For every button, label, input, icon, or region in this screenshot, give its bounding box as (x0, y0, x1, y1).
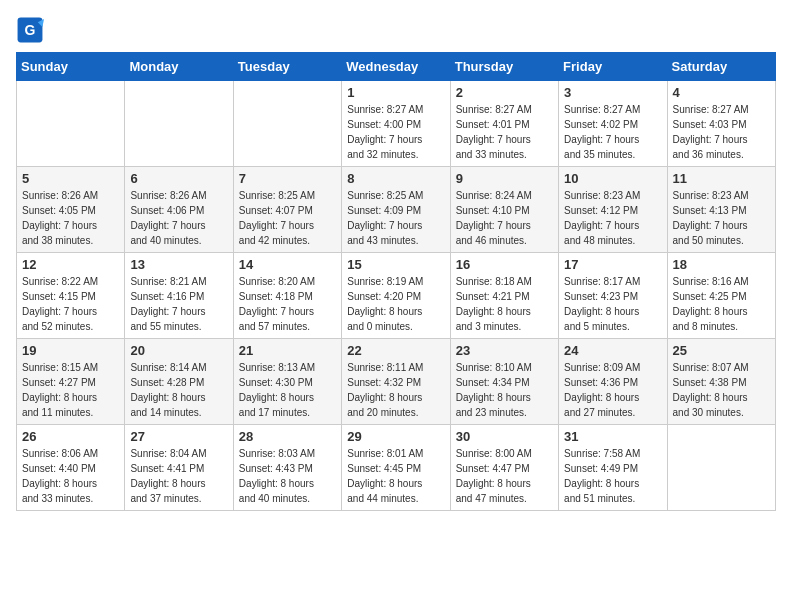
day-number: 8 (347, 171, 444, 186)
day-number: 26 (22, 429, 119, 444)
calendar-cell: 20Sunrise: 8:14 AM Sunset: 4:28 PM Dayli… (125, 339, 233, 425)
day-info: Sunrise: 7:58 AM Sunset: 4:49 PM Dayligh… (564, 446, 661, 506)
calendar-cell: 27Sunrise: 8:04 AM Sunset: 4:41 PM Dayli… (125, 425, 233, 511)
calendar-cell: 28Sunrise: 8:03 AM Sunset: 4:43 PM Dayli… (233, 425, 341, 511)
calendar-cell: 30Sunrise: 8:00 AM Sunset: 4:47 PM Dayli… (450, 425, 558, 511)
day-number: 27 (130, 429, 227, 444)
calendar-cell: 31Sunrise: 7:58 AM Sunset: 4:49 PM Dayli… (559, 425, 667, 511)
calendar-cell: 25Sunrise: 8:07 AM Sunset: 4:38 PM Dayli… (667, 339, 775, 425)
day-info: Sunrise: 8:07 AM Sunset: 4:38 PM Dayligh… (673, 360, 770, 420)
logo: G (16, 16, 48, 44)
day-number: 7 (239, 171, 336, 186)
day-info: Sunrise: 8:27 AM Sunset: 4:03 PM Dayligh… (673, 102, 770, 162)
day-info: Sunrise: 8:23 AM Sunset: 4:13 PM Dayligh… (673, 188, 770, 248)
calendar-cell: 16Sunrise: 8:18 AM Sunset: 4:21 PM Dayli… (450, 253, 558, 339)
day-info: Sunrise: 8:20 AM Sunset: 4:18 PM Dayligh… (239, 274, 336, 334)
day-info: Sunrise: 8:10 AM Sunset: 4:34 PM Dayligh… (456, 360, 553, 420)
day-info: Sunrise: 8:16 AM Sunset: 4:25 PM Dayligh… (673, 274, 770, 334)
week-row-2: 5Sunrise: 8:26 AM Sunset: 4:05 PM Daylig… (17, 167, 776, 253)
day-number: 24 (564, 343, 661, 358)
calendar-cell: 5Sunrise: 8:26 AM Sunset: 4:05 PM Daylig… (17, 167, 125, 253)
calendar-cell: 15Sunrise: 8:19 AM Sunset: 4:20 PM Dayli… (342, 253, 450, 339)
day-info: Sunrise: 8:21 AM Sunset: 4:16 PM Dayligh… (130, 274, 227, 334)
calendar-cell (667, 425, 775, 511)
week-row-1: 1Sunrise: 8:27 AM Sunset: 4:00 PM Daylig… (17, 81, 776, 167)
day-number: 21 (239, 343, 336, 358)
weekday-header-friday: Friday (559, 53, 667, 81)
day-info: Sunrise: 8:22 AM Sunset: 4:15 PM Dayligh… (22, 274, 119, 334)
logo-icon: G (16, 16, 44, 44)
weekday-header-wednesday: Wednesday (342, 53, 450, 81)
calendar-cell: 29Sunrise: 8:01 AM Sunset: 4:45 PM Dayli… (342, 425, 450, 511)
day-number: 5 (22, 171, 119, 186)
day-number: 31 (564, 429, 661, 444)
day-info: Sunrise: 8:25 AM Sunset: 4:07 PM Dayligh… (239, 188, 336, 248)
day-number: 29 (347, 429, 444, 444)
day-number: 6 (130, 171, 227, 186)
day-number: 13 (130, 257, 227, 272)
day-info: Sunrise: 8:01 AM Sunset: 4:45 PM Dayligh… (347, 446, 444, 506)
calendar-cell: 23Sunrise: 8:10 AM Sunset: 4:34 PM Dayli… (450, 339, 558, 425)
day-info: Sunrise: 8:27 AM Sunset: 4:01 PM Dayligh… (456, 102, 553, 162)
week-row-5: 26Sunrise: 8:06 AM Sunset: 4:40 PM Dayli… (17, 425, 776, 511)
day-number: 10 (564, 171, 661, 186)
calendar-cell: 19Sunrise: 8:15 AM Sunset: 4:27 PM Dayli… (17, 339, 125, 425)
day-info: Sunrise: 8:25 AM Sunset: 4:09 PM Dayligh… (347, 188, 444, 248)
day-number: 18 (673, 257, 770, 272)
weekday-header-saturday: Saturday (667, 53, 775, 81)
calendar-cell: 6Sunrise: 8:26 AM Sunset: 4:06 PM Daylig… (125, 167, 233, 253)
calendar-cell: 24Sunrise: 8:09 AM Sunset: 4:36 PM Dayli… (559, 339, 667, 425)
day-info: Sunrise: 8:09 AM Sunset: 4:36 PM Dayligh… (564, 360, 661, 420)
weekday-header-tuesday: Tuesday (233, 53, 341, 81)
weekday-header-monday: Monday (125, 53, 233, 81)
day-number: 15 (347, 257, 444, 272)
day-info: Sunrise: 8:06 AM Sunset: 4:40 PM Dayligh… (22, 446, 119, 506)
day-info: Sunrise: 8:14 AM Sunset: 4:28 PM Dayligh… (130, 360, 227, 420)
calendar-cell (125, 81, 233, 167)
day-info: Sunrise: 8:00 AM Sunset: 4:47 PM Dayligh… (456, 446, 553, 506)
day-info: Sunrise: 8:03 AM Sunset: 4:43 PM Dayligh… (239, 446, 336, 506)
week-row-3: 12Sunrise: 8:22 AM Sunset: 4:15 PM Dayli… (17, 253, 776, 339)
calendar-cell: 7Sunrise: 8:25 AM Sunset: 4:07 PM Daylig… (233, 167, 341, 253)
weekday-header-thursday: Thursday (450, 53, 558, 81)
day-info: Sunrise: 8:13 AM Sunset: 4:30 PM Dayligh… (239, 360, 336, 420)
day-number: 22 (347, 343, 444, 358)
day-number: 19 (22, 343, 119, 358)
calendar-cell (233, 81, 341, 167)
calendar-cell (17, 81, 125, 167)
calendar-cell: 12Sunrise: 8:22 AM Sunset: 4:15 PM Dayli… (17, 253, 125, 339)
day-info: Sunrise: 8:23 AM Sunset: 4:12 PM Dayligh… (564, 188, 661, 248)
day-info: Sunrise: 8:15 AM Sunset: 4:27 PM Dayligh… (22, 360, 119, 420)
calendar-cell: 2Sunrise: 8:27 AM Sunset: 4:01 PM Daylig… (450, 81, 558, 167)
day-info: Sunrise: 8:11 AM Sunset: 4:32 PM Dayligh… (347, 360, 444, 420)
day-number: 11 (673, 171, 770, 186)
calendar-cell: 10Sunrise: 8:23 AM Sunset: 4:12 PM Dayli… (559, 167, 667, 253)
calendar-cell: 18Sunrise: 8:16 AM Sunset: 4:25 PM Dayli… (667, 253, 775, 339)
day-info: Sunrise: 8:24 AM Sunset: 4:10 PM Dayligh… (456, 188, 553, 248)
day-number: 14 (239, 257, 336, 272)
page-header: G (16, 16, 776, 44)
day-number: 20 (130, 343, 227, 358)
week-row-4: 19Sunrise: 8:15 AM Sunset: 4:27 PM Dayli… (17, 339, 776, 425)
day-number: 25 (673, 343, 770, 358)
day-info: Sunrise: 8:27 AM Sunset: 4:00 PM Dayligh… (347, 102, 444, 162)
day-number: 1 (347, 85, 444, 100)
day-number: 9 (456, 171, 553, 186)
calendar-cell: 9Sunrise: 8:24 AM Sunset: 4:10 PM Daylig… (450, 167, 558, 253)
calendar-cell: 8Sunrise: 8:25 AM Sunset: 4:09 PM Daylig… (342, 167, 450, 253)
day-number: 2 (456, 85, 553, 100)
calendar-cell: 26Sunrise: 8:06 AM Sunset: 4:40 PM Dayli… (17, 425, 125, 511)
svg-text:G: G (25, 22, 36, 38)
calendar-cell: 14Sunrise: 8:20 AM Sunset: 4:18 PM Dayli… (233, 253, 341, 339)
day-info: Sunrise: 8:18 AM Sunset: 4:21 PM Dayligh… (456, 274, 553, 334)
calendar-cell: 13Sunrise: 8:21 AM Sunset: 4:16 PM Dayli… (125, 253, 233, 339)
calendar-cell: 4Sunrise: 8:27 AM Sunset: 4:03 PM Daylig… (667, 81, 775, 167)
calendar-table: SundayMondayTuesdayWednesdayThursdayFrid… (16, 52, 776, 511)
day-number: 17 (564, 257, 661, 272)
day-info: Sunrise: 8:27 AM Sunset: 4:02 PM Dayligh… (564, 102, 661, 162)
day-number: 3 (564, 85, 661, 100)
day-number: 12 (22, 257, 119, 272)
day-info: Sunrise: 8:26 AM Sunset: 4:05 PM Dayligh… (22, 188, 119, 248)
day-info: Sunrise: 8:26 AM Sunset: 4:06 PM Dayligh… (130, 188, 227, 248)
day-number: 30 (456, 429, 553, 444)
